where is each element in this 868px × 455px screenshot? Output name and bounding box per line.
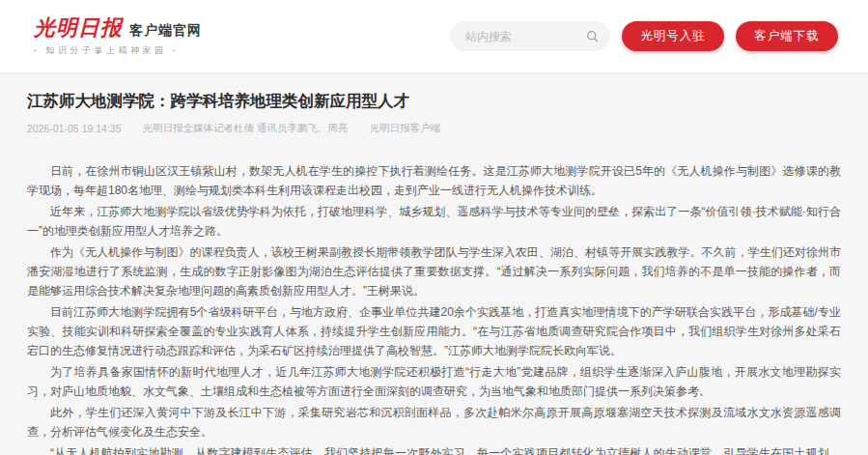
article-main: 江苏师大地测学院：跨学科培养地理类创新应用型人才 2026-01-05 19:1…: [0, 73, 868, 455]
client-download-button[interactable]: 客户端下载: [736, 21, 838, 51]
article-paragraph: “从无人机航拍到实地勘测，从数字建模到生态评估，我们坚持把每一次野外实习、每一个…: [27, 443, 841, 455]
logo-calligraphy-text: 光明日报: [34, 15, 123, 39]
guangming-account-join-button[interactable]: 光明号入驻: [622, 21, 724, 51]
site-search-box[interactable]: [450, 21, 610, 51]
site-header: 光明日报 客户端官网 - 知识分子掌上精神家园 - 光明号入驻 客户端下载: [0, 0, 868, 73]
article-source: 光明日报客户端: [369, 122, 440, 135]
search-input[interactable]: [463, 29, 586, 44]
logo-suffix-text: 客户端官网: [129, 22, 202, 40]
article-paragraph: 近年来，江苏师大地测学院以省级优势学科为依托，打破地理科学、城乡规划、遥感科学与…: [27, 202, 841, 241]
article-title: 江苏师大地测学院：跨学科培养地理类创新应用型人才: [27, 90, 841, 111]
article-datetime: 2026-01-05 19:14:35: [27, 123, 122, 134]
site-tagline: - 知识分子掌上精神家园 -: [34, 44, 202, 57]
article-body: 日前，在徐州市铜山区汉王镇紫山村，数架无人机在学生的操控下执行着测绘任务。这是江…: [27, 161, 841, 455]
article-paragraph: 目前江苏师大地测学院拥有5个省级科研平台，与地方政府、企事业单位共建20余个实践…: [27, 302, 841, 360]
header-actions: 光明号入驻 客户端下载: [450, 21, 838, 51]
search-icon[interactable]: [586, 30, 599, 43]
site-logo[interactable]: 光明日报 客户端官网 - 知识分子掌上精神家园 -: [34, 15, 202, 57]
article-paragraph: 作为《无人机操作与制图》的课程负责人，该校王树果副教授长期带领教学团队与学生深入…: [27, 242, 841, 300]
article-paragraph: 此外，学生们还深入黄河中下游及长江中下游，采集研究岩芯和沉积剖面样品，多次赴帕米…: [27, 403, 841, 441]
article-meta: 2026-01-05 19:14:35 光明日报全媒体记者杜倩 通讯员李鹏飞、周…: [27, 122, 841, 135]
article-paragraph: 为了培养具备家国情怀的新时代地理人才，近几年江苏师大地测学院还积极打造“行走大地…: [27, 362, 841, 401]
article-paragraph: 日前，在徐州市铜山区汉王镇紫山村，数架无人机在学生的操控下执行着测绘任务。这是江…: [27, 161, 841, 200]
article-author: 光明日报全媒体记者杜倩 通讯员李鹏飞、周亮: [143, 122, 349, 135]
